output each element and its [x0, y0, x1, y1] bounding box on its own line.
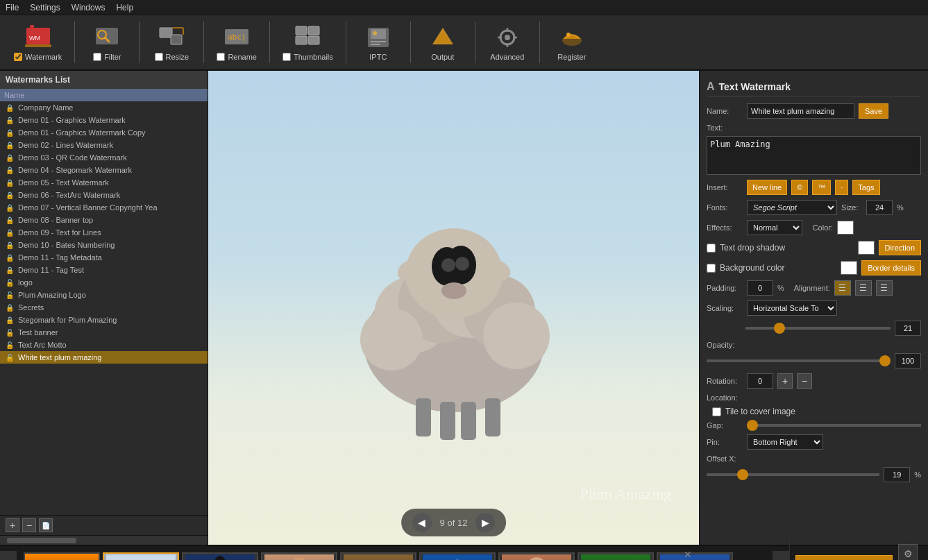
pin-select[interactable]: Bottom Right Top Left Top Right Bottom L…: [747, 434, 823, 450]
tile-checkbox[interactable]: [712, 407, 721, 416]
color-swatch[interactable]: [837, 221, 854, 235]
sidebar-item-demo07-vertical[interactable]: 🔒 Demo 07 - Vertical Banner Copyright Ye…: [0, 201, 208, 214]
insert-tm-button[interactable]: ™: [812, 180, 831, 195]
sidebar-item-company-name[interactable]: 🔒 Company Name: [0, 101, 208, 114]
sidebar-item-demo11-tag[interactable]: 🔒 Demo 11 - Tag Metadata: [0, 251, 208, 264]
sidebar-item-demo10-bates[interactable]: 🔒 Demo 10 - Bates Numbering: [0, 239, 208, 251]
insert-copyright-button[interactable]: ©: [791, 180, 808, 195]
filmstrip-thumb-3[interactable]: [182, 552, 258, 560]
preview-prev-button[interactable]: ◀: [412, 513, 432, 532]
sidebar-item-white-text[interactable]: 🔓 White text plum amazing: [0, 351, 208, 364]
filmstrip-thumb-8[interactable]: [577, 552, 654, 560]
offsetx-slider[interactable]: [707, 473, 879, 476]
scaling-value[interactable]: [895, 321, 921, 336]
sidebar-horizontal-scrollbar[interactable]: [0, 535, 208, 545]
toolbar-advanced[interactable]: Advanced: [480, 21, 535, 64]
sidebar-item-text-arc[interactable]: 🔓 Text Arc Motto: [0, 339, 208, 351]
add-watermark-button[interactable]: +: [6, 518, 19, 532]
sidebar-item-secrets[interactable]: 🔒 Secrets: [0, 301, 208, 314]
toolbar-thumbnails[interactable]: Thumbnails: [274, 21, 341, 64]
toolbar-rename[interactable]: abc| Rename: [208, 21, 265, 64]
align-right-button[interactable]: ☰: [876, 280, 893, 296]
filmstrip-thumb-1[interactable]: [24, 552, 100, 560]
toolbar-iptc[interactable]: IPTC: [351, 21, 406, 64]
filter-checkbox[interactable]: [93, 53, 101, 61]
process-selection-button[interactable]: Process Selection: [795, 555, 893, 561]
toolbar-register[interactable]: Register: [544, 21, 600, 64]
filmstrip-thumb-2[interactable]: [103, 552, 179, 560]
sidebar-search[interactable]: [0, 89, 208, 101]
bgcolor-color-swatch[interactable]: [841, 261, 857, 275]
offsetx-value[interactable]: [884, 467, 910, 482]
toolbar-output[interactable]: Output: [415, 21, 471, 64]
opacity-value[interactable]: [895, 353, 921, 368]
rotation-increment-button[interactable]: +: [777, 373, 793, 389]
menu-windows[interactable]: Windows: [71, 3, 106, 12]
thumbnails-checkbox[interactable]: [282, 53, 291, 61]
scaling-select[interactable]: Horizontal Scale To Fixed Size Proportio…: [747, 300, 837, 316]
rotation-decrement-button[interactable]: −: [797, 373, 812, 389]
size-input[interactable]: [866, 200, 893, 215]
insert-tags-button[interactable]: Tags: [852, 180, 879, 195]
sidebar-item-demo03-qr[interactable]: 🔒 Demo 03 - QR Code Watermark: [0, 151, 208, 164]
filmstrip-thumb-5[interactable]: [340, 552, 416, 560]
bgcolor-checkbox[interactable]: [707, 264, 716, 273]
align-left-button[interactable]: ☰: [834, 280, 851, 296]
padding-input[interactable]: [747, 280, 773, 296]
opacity-slider[interactable]: [707, 359, 891, 362]
shadow-checkbox-label[interactable]: Text drop shadow: [707, 243, 785, 253]
sidebar-item-demo09-text[interactable]: 🔒 Demo 09 - Text for Lines: [0, 226, 208, 239]
sidebar-item-stego-plum[interactable]: 🔒 Stegomark for Plum Amazing: [0, 314, 208, 326]
toolbar-filter[interactable]: Filter: [79, 21, 135, 64]
sidebar-item-demo04-stego[interactable]: 🔒 Demo 04 - Stegomark Watermark: [0, 164, 208, 176]
menu-file[interactable]: File: [6, 3, 19, 12]
sidebar-item-demo08-banner[interactable]: 🔒 Demo 08 - Banner top: [0, 214, 208, 226]
bgcolor-checkbox-label[interactable]: Background color: [707, 263, 784, 273]
filmstrip-close-button[interactable]: ✕: [684, 549, 692, 560]
sidebar-item-demo05-text[interactable]: 🔒 Demo 05 - Text Watermark: [0, 176, 208, 189]
filmstrip-thumb-7[interactable]: [498, 552, 575, 560]
insert-dot-button[interactable]: ·: [835, 180, 848, 195]
menu-settings[interactable]: Settings: [30, 3, 60, 12]
remove-watermark-button[interactable]: −: [22, 518, 36, 532]
resize-checkbox[interactable]: [155, 53, 163, 61]
rotation-input[interactable]: [747, 373, 773, 389]
menu-help[interactable]: Help: [116, 3, 133, 12]
rename-checkbox[interactable]: [217, 53, 225, 61]
watermark-checkbox[interactable]: [14, 53, 22, 61]
filmstrip-thumb-4[interactable]: [261, 552, 337, 560]
gap-slider[interactable]: [747, 424, 921, 427]
copy-watermark-button[interactable]: 📄: [39, 518, 53, 532]
save-button[interactable]: Save: [859, 103, 888, 119]
border-details-button[interactable]: Border details: [861, 260, 921, 275]
preview-next-button[interactable]: ▶: [475, 513, 495, 532]
shadow-color-swatch[interactable]: [858, 241, 875, 255]
filmstrip-left-button[interactable]: ◀: [0, 551, 17, 561]
toolbar-watermark[interactable]: WM Watermark: [6, 21, 70, 64]
filmstrip-thumb-6[interactable]: [419, 552, 496, 560]
filmstrip-right-button[interactable]: ▶: [773, 551, 789, 561]
sidebar-list[interactable]: 🔒 Company Name 🔒 Demo 01 - Graphics Wate…: [0, 89, 208, 515]
settings-icon-button[interactable]: ⚙: [898, 544, 918, 561]
shadow-row: Text drop shadow Direction: [707, 240, 921, 255]
shadow-checkbox[interactable]: [707, 244, 716, 253]
insert-newline-button[interactable]: New line: [747, 180, 787, 195]
sidebar-item-test-banner[interactable]: 🔓 Test banner: [0, 326, 208, 339]
name-input[interactable]: [747, 103, 854, 119]
sidebar-item-demo06-textarc[interactable]: 🔒 Demo 06 - TextArc Watermark: [0, 189, 208, 201]
sidebar-item-demo02-lines[interactable]: 🔒 Demo 02 - Lines Watermark: [0, 139, 208, 151]
effects-select[interactable]: Normal Emboss Engrave: [747, 220, 802, 235]
sidebar-item-demo01-graphics-copy[interactable]: 🔒 Demo 01 - Graphics Watermark Copy: [0, 126, 208, 139]
font-select[interactable]: Segoe Script: [747, 200, 837, 215]
filmstrip-thumb-9[interactable]: [657, 552, 733, 560]
sidebar-item-plum-logo[interactable]: 🔓 Plum Amazing Logo: [0, 289, 208, 301]
sidebar-item-demo11-tagtest[interactable]: 🔒 Demo 11 - Tag Test: [0, 264, 208, 276]
sidebar-item-demo01-graphics[interactable]: 🔒 Demo 01 - Graphics Watermark: [0, 114, 208, 126]
text-textarea[interactable]: Plum Amazing: [707, 136, 921, 175]
toolbar-resize[interactable]: Resize: [144, 21, 199, 64]
tile-checkbox-label[interactable]: Tile to cover image: [712, 407, 795, 416]
scaling-slider[interactable]: [745, 327, 891, 330]
align-center-button[interactable]: ☰: [855, 280, 872, 296]
sidebar-item-logo[interactable]: 🔓 logo: [0, 276, 208, 289]
direction-button[interactable]: Direction: [879, 240, 921, 255]
